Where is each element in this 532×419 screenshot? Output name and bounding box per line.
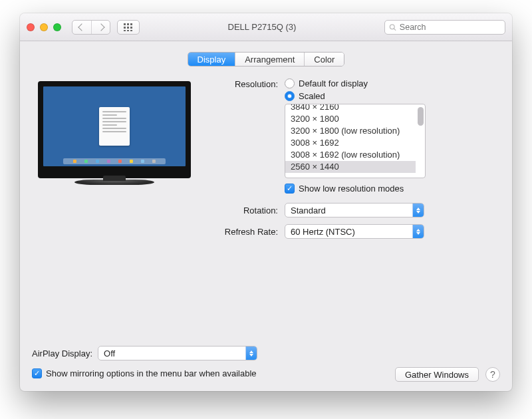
svg-point-9 [390,24,394,29]
tab-display[interactable]: Display [188,53,235,66]
resolution-listbox[interactable]: 3840 × 21603200 × 18003200 × 1800 (low r… [285,104,426,178]
airplay-select[interactable]: Off [98,346,257,360]
search-icon [389,23,396,31]
svg-rect-1 [127,23,129,25]
checkbox-label: Show mirroring options in the menu bar w… [46,368,257,378]
select-value: Standard [291,206,326,215]
refresh-rate-select[interactable]: 60 Hertz (NTSC) [285,224,424,239]
resolution-option[interactable]: 3008 × 1692 (low resolution) [285,149,416,161]
stepper-icon [412,204,424,217]
help-button[interactable]: ? [485,367,500,382]
show-all-button[interactable] [117,20,140,35]
checkbox-icon: ✓ [285,184,295,194]
window-controls [27,23,61,31]
tab-arrangement[interactable]: Arrangement [235,53,304,66]
stepper-icon [412,225,424,238]
refresh-rate-label: Refresh Rate: [215,226,285,237]
scrollbar[interactable] [418,107,424,175]
svg-rect-2 [130,23,132,25]
close-icon[interactable] [27,23,35,31]
rotation-select[interactable]: Standard [285,203,424,217]
svg-rect-8 [130,30,132,31]
search-field[interactable] [384,20,505,35]
radio-icon [285,78,295,88]
back-button[interactable] [72,21,91,34]
document-icon [99,107,130,146]
resolution-option[interactable]: 3200 × 1800 (low resolution) [285,125,416,137]
svg-rect-5 [130,27,132,29]
tab-color[interactable]: Color [304,53,344,66]
resolution-label: Resolution: [215,78,285,89]
airplay-label: AirPlay Display: [32,349,92,358]
checkbox-label: Show low resolution modes [299,184,404,194]
resolution-option[interactable]: 3840 × 2160 [285,104,416,113]
resolution-default-radio[interactable]: Default for display [285,78,500,88]
resolution-option[interactable]: 3008 × 1692 [285,137,416,149]
radio-icon [285,91,295,101]
svg-rect-6 [124,30,126,31]
resolution-scaled-radio[interactable]: Scaled [285,91,500,101]
stepper-icon [245,347,257,360]
svg-rect-4 [127,27,129,29]
preferences-window: DELL P2715Q (3) Display Arrangement Colo… [20,13,512,391]
select-value: Off [104,349,115,358]
checkbox-icon: ✓ [32,368,42,378]
rotation-label: Rotation: [215,205,285,215]
search-input[interactable] [400,23,501,32]
svg-rect-3 [124,27,126,29]
svg-rect-7 [127,30,129,31]
resolution-option[interactable]: 3200 × 1800 [285,113,416,125]
tab-bar: Display Arrangement Color [32,52,500,67]
svg-line-10 [394,29,396,31]
monitor-preview [38,81,191,245]
minimize-icon[interactable] [40,23,48,31]
select-value: 60 Hertz (NTSC) [291,227,355,237]
window-title: DELL P2715Q (3) [146,22,378,32]
radio-label: Scaled [299,91,325,101]
forward-button[interactable] [91,21,110,34]
svg-rect-0 [124,23,126,25]
gather-windows-button[interactable]: Gather Windows [395,367,479,382]
mirroring-checkbox[interactable]: ✓ Show mirroring options in the menu bar… [32,368,257,378]
zoom-icon[interactable] [53,23,61,31]
show-low-res-checkbox[interactable]: ✓ Show low resolution modes [285,184,500,194]
radio-label: Default for display [299,78,368,88]
titlebar: DELL P2715Q (3) [20,13,512,41]
resolution-option[interactable]: 2560 × 1440 [285,161,416,173]
dock-icon [63,158,166,164]
grid-icon [124,23,133,31]
nav-buttons [72,20,110,35]
